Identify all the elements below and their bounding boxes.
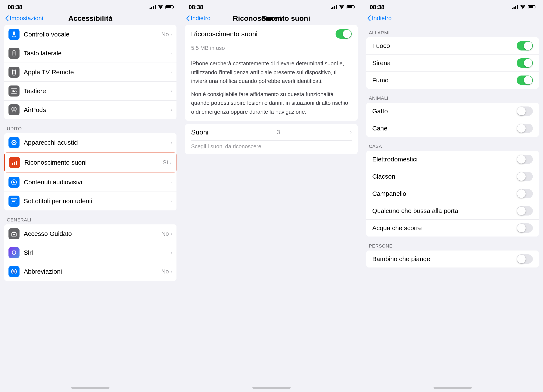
toggle-clacson[interactable] (517, 172, 533, 181)
label-controllo-vocale: Controllo vocale (24, 31, 161, 38)
svg-rect-24 (12, 201, 15, 202)
svg-text:♿: ♿ (12, 270, 16, 274)
group-casa: Elettrodomestici Clacson Campanello Qual… (366, 151, 539, 237)
item-campanello[interactable]: Campanello (366, 185, 539, 202)
section-label-udito: UDITO (0, 121, 181, 133)
toggle-bambino[interactable] (517, 254, 533, 264)
list-item-sottotitoli[interactable]: Sottotitoli per non udenti › (4, 192, 176, 210)
left-panel: 08:38 Impostazioni Accessibilità (0, 0, 181, 392)
svg-rect-9 (15, 90, 16, 91)
list-item-contenuti[interactable]: Contenuti audiovisivi › (4, 173, 176, 192)
item-cane[interactable]: Cane (366, 120, 539, 137)
wifi-icon-left (158, 5, 163, 10)
item-fumo[interactable]: Fumo (366, 72, 539, 89)
settings-list-left: Controllo vocale No › Tasto laterale › A… (0, 25, 181, 384)
toggle-cane[interactable] (517, 124, 533, 133)
description-text-1: iPhone cercherà costantemente di rilevar… (191, 59, 352, 86)
svg-rect-23 (12, 200, 16, 200)
svg-point-26 (13, 234, 15, 235)
svg-rect-19 (16, 161, 17, 165)
home-indicator-left (0, 384, 181, 392)
right-panel: 08:38 Indietro Suoni ALLARMI (362, 0, 543, 392)
section-casa: CASA (362, 138, 543, 151)
item-elettrodomestici[interactable]: Elettrodomestici (366, 151, 539, 168)
list-item-apparecchi[interactable]: Apparecchi acustici › (4, 133, 176, 152)
list-item-accesso-guidato[interactable]: Accesso Guidato No › (4, 224, 176, 243)
chevron-apparecchi: › (170, 140, 172, 146)
recognition-toggle[interactable] (336, 29, 352, 39)
label-qualcuno: Qualcuno che bussa alla porta (372, 207, 458, 215)
icon-abbreviazioni: ♿ (8, 266, 20, 277)
list-item-airpods[interactable]: AirPods › (4, 101, 176, 119)
icon-siri (8, 247, 20, 258)
home-bar-right (434, 387, 472, 389)
list-item-tasto-laterale[interactable]: Tasto laterale › (4, 44, 176, 63)
chevron-sounds: › (350, 129, 352, 135)
back-button-left[interactable]: Impostazioni (5, 15, 43, 22)
toggle-campanello[interactable] (517, 189, 533, 198)
chevron-tastiere: › (170, 88, 172, 94)
storage-text: 5,5 MB in uso (191, 45, 225, 51)
section-allarmi: ALLARMI (362, 25, 543, 37)
list-item-siri[interactable]: Siri › (4, 243, 176, 262)
icon-airpods (8, 104, 20, 115)
list-item-tastiere[interactable]: Tastiere › (4, 82, 176, 101)
toggle-elettrodomestici[interactable] (517, 155, 533, 164)
svg-point-4 (13, 70, 15, 72)
toggle-sirena[interactable] (517, 58, 533, 68)
label-abbreviazioni: Abbreviazioni (24, 268, 161, 275)
svg-point-27 (12, 250, 16, 254)
label-contenuti: Contenuti audiovisivi (24, 179, 170, 186)
toggle-fumo[interactable] (517, 75, 533, 85)
svg-rect-6 (11, 89, 17, 93)
toggle-acqua[interactable] (517, 223, 533, 233)
chevron-tasto-laterale: › (170, 50, 172, 56)
middle-panel: 08:38 Indietro Riconoscimento suoni (181, 0, 362, 392)
icon-accesso-guidato (8, 228, 20, 239)
description-text-2: Non è consigliabile fare affidamento su … (191, 90, 352, 116)
item-sirena[interactable]: Sirena (366, 55, 539, 72)
svg-rect-10 (12, 91, 12, 92)
svg-rect-2 (14, 51, 14, 54)
time-right: 08:38 (370, 4, 384, 11)
list-item-riconoscimento[interactable]: Riconoscimento suoni Sì › (5, 153, 176, 172)
icon-riconoscimento (9, 157, 20, 168)
svg-point-13 (12, 107, 14, 111)
section-animali: ANIMALI (362, 90, 543, 103)
label-cane: Cane (372, 125, 388, 132)
item-fuoco[interactable]: Fuoco (366, 37, 539, 55)
home-indicator-middle (181, 384, 362, 392)
list-item-apple-tv-remote[interactable]: Apple TV Remote › (4, 63, 176, 82)
recognition-section: Riconoscimento suoni 5,5 MB in uso iPhon… (185, 25, 358, 121)
icon-tastiere (8, 85, 20, 97)
item-clacson[interactable]: Clacson (366, 168, 539, 185)
recognition-label: Riconoscimento suoni (191, 30, 258, 38)
value-controllo-vocale: No (161, 31, 169, 38)
label-accesso-guidato: Accesso Guidato (24, 230, 161, 237)
toggle-gatto[interactable] (517, 107, 533, 116)
item-qualcuno[interactable]: Qualcuno che bussa alla porta (366, 202, 539, 220)
list-item-riconoscimento-highlighted[interactable]: Riconoscimento suoni Sì › (4, 153, 176, 172)
description-section: iPhone cercherà costantemente di rilevar… (185, 55, 358, 121)
item-acqua[interactable]: Acqua che scorre (366, 220, 539, 237)
group-first: Controllo vocale No › Tasto laterale › A… (4, 25, 176, 119)
section-label-generali: GENERALI (0, 212, 181, 224)
icon-apparecchi (8, 137, 20, 148)
toggle-qualcuno[interactable] (517, 206, 533, 216)
back-button-right[interactable]: Indietro (367, 15, 391, 22)
nav-bar-right: Indietro Suoni (362, 13, 543, 25)
sounds-row[interactable]: Suoni 3 › (185, 124, 358, 140)
list-item-abbreviazioni[interactable]: ♿ Abbreviazioni No › (4, 262, 176, 281)
item-bambino[interactable]: Bambino che piange (366, 250, 539, 267)
list-item-controllo-vocale[interactable]: Controllo vocale No › (4, 25, 176, 44)
svg-rect-12 (16, 91, 17, 92)
chevron-contenuti: › (170, 179, 172, 185)
item-gatto[interactable]: Gatto (366, 103, 539, 120)
toggle-fuoco[interactable] (517, 41, 533, 51)
back-button-middle[interactable]: Indietro (186, 15, 210, 22)
label-siri: Siri (24, 249, 170, 256)
page-title-right: Suoni (261, 14, 282, 23)
sounds-desc-text: Scegli i suoni da riconoscere. (191, 143, 263, 150)
right-content: ALLARMI Fuoco Sirena Fumo ANIMALI Gatto (362, 25, 543, 384)
nav-bar-left: Impostazioni Accessibilità (0, 13, 181, 25)
